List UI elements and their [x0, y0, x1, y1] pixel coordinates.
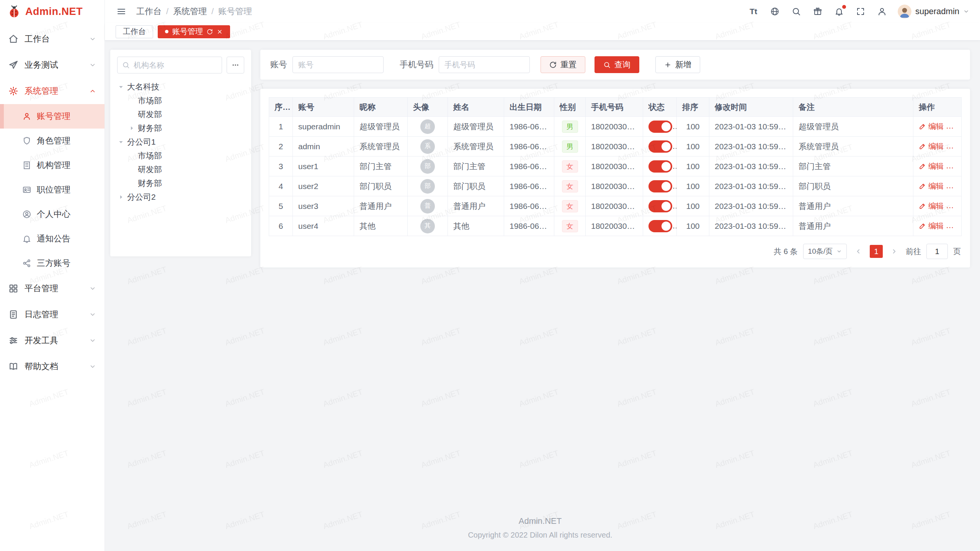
sidebar-item-workbench[interactable]: 工作台	[0, 26, 105, 52]
tree-node[interactable]: 研发部	[117, 163, 244, 176]
search-button[interactable]	[791, 6, 802, 17]
edit-icon	[919, 123, 926, 130]
cell-nickname: 系统管理员	[354, 137, 408, 156]
edit-button[interactable]: 编辑	[919, 221, 944, 231]
language-button[interactable]	[769, 6, 781, 17]
theme-gift-button[interactable]	[812, 6, 823, 17]
profile-button[interactable]	[876, 6, 888, 17]
sidebar-item-platform-management[interactable]: 平台管理	[0, 276, 105, 302]
page-size-select[interactable]: 10条/页	[803, 244, 847, 259]
tab-label: 工作台	[123, 26, 146, 37]
tree-node[interactable]: 分公司1	[117, 135, 244, 148]
grid-icon	[8, 284, 18, 293]
sidebar-item-personal-center[interactable]: 个人中心	[0, 202, 105, 227]
more-actions-button[interactable]	[952, 123, 960, 130]
ellipsis-icon	[232, 61, 239, 69]
sidebar-item-help-docs[interactable]: 帮助文档	[0, 354, 105, 380]
add-button[interactable]: 新增	[655, 56, 700, 73]
gender-badge: 女	[562, 180, 578, 192]
status-toggle[interactable]	[648, 200, 672, 212]
cell-actions: 编辑	[913, 117, 962, 137]
breadcrumb-item[interactable]: 系统管理	[173, 6, 207, 17]
column-header: 修改时间	[709, 98, 793, 117]
edit-button[interactable]: 编辑	[919, 181, 944, 191]
cell-index: 4	[269, 176, 293, 196]
status-toggle[interactable]	[648, 160, 672, 173]
avatar: 普	[420, 199, 435, 214]
account-input[interactable]	[292, 56, 384, 73]
avatar: 部	[420, 159, 435, 174]
tree-node[interactable]: 大名科技	[117, 80, 244, 93]
cell-birthdate: 1986-06-28	[504, 216, 554, 236]
caret-icon[interactable]	[118, 194, 124, 200]
caret-icon[interactable]	[129, 125, 135, 131]
close-icon[interactable]	[217, 29, 223, 35]
sidebar-item-position-management[interactable]: 职位管理	[0, 178, 105, 202]
logo-text: Admin.NET	[25, 6, 83, 18]
user-menu[interactable]: superadmin	[898, 5, 969, 18]
cell-status	[643, 216, 677, 236]
top-header: 工作台 / 系统管理 / 账号管理 Tt	[105, 0, 980, 23]
tree-node[interactable]: 研发部	[117, 108, 244, 121]
tree-node[interactable]: 分公司2	[117, 191, 244, 204]
chevron-down-icon	[89, 62, 96, 68]
sidebar-item-notice-announcement[interactable]: 通知公告	[0, 227, 105, 251]
org-search-field	[117, 57, 222, 73]
tab-account-management[interactable]: 账号管理	[158, 25, 230, 38]
fullscreen-button[interactable]	[855, 6, 866, 17]
sidebar-item-org-management[interactable]: 机构管理	[0, 153, 105, 178]
page-number-button[interactable]: 1	[870, 245, 883, 258]
breadcrumb-item[interactable]: 工作台	[136, 6, 162, 17]
ellipsis-icon	[952, 163, 960, 170]
collapse-sidebar-button[interactable]	[116, 6, 127, 17]
sidebar-item-business-test[interactable]: 业务测试	[0, 52, 105, 78]
tree-node[interactable]: 财务部	[117, 177, 244, 190]
status-toggle[interactable]	[648, 140, 672, 153]
more-actions-button[interactable]	[952, 183, 960, 190]
caret-icon[interactable]	[118, 84, 124, 90]
reset-button[interactable]: 重置	[541, 56, 585, 73]
tree-more-button[interactable]	[227, 57, 244, 73]
sidebar-item-account-management[interactable]: 账号管理	[0, 104, 105, 129]
status-toggle[interactable]	[648, 121, 672, 133]
gender-badge: 女	[562, 220, 578, 232]
edit-button[interactable]: 编辑	[919, 141, 944, 152]
tree-node[interactable]: 市场部	[117, 94, 244, 107]
cell-status	[643, 196, 677, 216]
column-header: 姓名	[448, 98, 504, 117]
goto-page-input[interactable]	[926, 244, 948, 259]
more-actions-button[interactable]	[952, 143, 960, 150]
sidebar-item-third-party-account[interactable]: 三方账号	[0, 251, 105, 276]
status-toggle[interactable]	[648, 220, 672, 232]
more-actions-button[interactable]	[952, 222, 960, 230]
status-toggle[interactable]	[648, 180, 672, 192]
breadcrumb-separator: /	[207, 7, 218, 16]
cell-account: user1	[293, 156, 354, 176]
next-page-button[interactable]	[888, 245, 900, 258]
notifications-button[interactable]	[833, 6, 845, 17]
more-actions-button[interactable]	[952, 163, 960, 170]
edit-button[interactable]: 编辑	[919, 201, 944, 211]
sidebar-item-log-management[interactable]: 日志管理	[0, 302, 105, 328]
edit-button[interactable]: 编辑	[919, 121, 944, 132]
org-search-input[interactable]	[117, 57, 222, 73]
edit-button[interactable]: 编辑	[919, 161, 944, 171]
accounts-table-panel: 序号账号昵称头像姓名出生日期性别手机号码状态排序修改时间备注操作 1 super…	[260, 89, 970, 267]
sidebar-item-role-management[interactable]: 角色管理	[0, 129, 105, 153]
tree-node[interactable]: 财务部	[117, 122, 244, 135]
sidebar-item-dev-tools[interactable]: 开发工具	[0, 328, 105, 354]
refresh-icon[interactable]	[207, 29, 213, 35]
prev-page-button[interactable]	[852, 245, 864, 258]
caret-icon[interactable]	[118, 139, 124, 145]
goto-label: 前往	[906, 246, 921, 257]
tree-node[interactable]: 市场部	[117, 149, 244, 162]
search-submit-button[interactable]: 查询	[595, 56, 639, 73]
tab-workbench[interactable]: 工作台	[116, 25, 153, 38]
sidebar-item-system-management[interactable]: 系统管理	[0, 78, 105, 104]
cell-name: 部门主管	[448, 156, 504, 176]
edit-label: 编辑	[928, 161, 944, 171]
font-size-button[interactable]: Tt	[748, 6, 759, 17]
more-actions-button[interactable]	[952, 202, 960, 210]
phone-input[interactable]	[439, 56, 530, 73]
cell-index: 1	[269, 117, 293, 137]
